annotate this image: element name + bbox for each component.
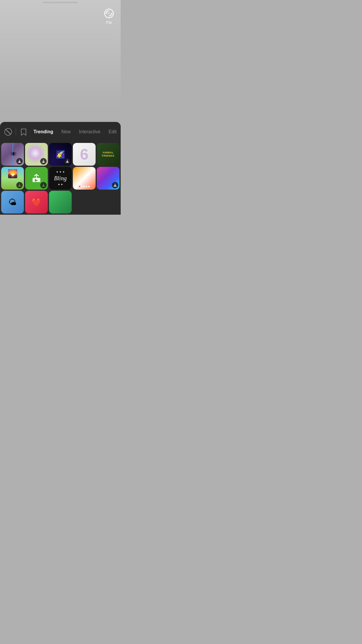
camera-view: Flip Trending (0, 0, 121, 215)
tab-interactive[interactable]: Interactive (75, 127, 105, 136)
download-badge (112, 182, 118, 188)
filter-color-orb[interactable] (25, 143, 48, 166)
download-badge (16, 182, 23, 188)
filter-comet[interactable] (49, 143, 72, 166)
flip-camera-icon (103, 7, 115, 20)
filter-green-abstract[interactable] (49, 191, 72, 214)
tab-edit[interactable]: Edit (104, 127, 121, 136)
download-badge (40, 158, 47, 164)
egg-dots (79, 186, 90, 187)
filter-weather-hand[interactable]: 🌤 (1, 191, 24, 214)
flip-button[interactable]: Flip (103, 7, 115, 24)
saved-filters-button[interactable] (18, 126, 29, 138)
svg-point-3 (108, 12, 110, 15)
filter-landscape[interactable] (1, 167, 24, 190)
tab-trending[interactable]: Trending (29, 127, 57, 136)
filter-animal-friends[interactable]: ANIMALFRIENDS (97, 143, 120, 166)
bling-label: Bling (54, 175, 66, 182)
filter-grid: ANIMALFRIENDS (0, 141, 121, 215)
download-badge (64, 158, 71, 164)
tab-bar: Trending New Interactive Edit (0, 122, 121, 141)
svg-marker-2 (112, 13, 113, 15)
filter-upload-video[interactable] (25, 167, 48, 190)
download-badge (40, 182, 47, 188)
filter-number6[interactable] (73, 143, 96, 166)
flip-label: Flip (106, 20, 112, 24)
bottom-panel: Trending New Interactive Edit (0, 122, 121, 215)
no-filter-button[interactable] (2, 126, 14, 138)
svg-marker-1 (105, 12, 106, 13)
filter-bling[interactable]: Bling (49, 167, 72, 190)
svg-line-5 (6, 130, 10, 134)
filter-hearts[interactable] (25, 191, 48, 214)
filter-purple-gradient[interactable] (97, 167, 120, 190)
svg-point-8 (35, 179, 36, 180)
status-bar-indicator (43, 2, 78, 3)
tab-new[interactable]: New (57, 127, 75, 136)
filter-egg-morph[interactable] (73, 167, 96, 190)
download-badge (16, 158, 23, 164)
filter-face-split[interactable] (1, 143, 24, 166)
animal-friends-label: ANIMALFRIENDS (101, 150, 115, 159)
tab-divider (16, 128, 16, 135)
